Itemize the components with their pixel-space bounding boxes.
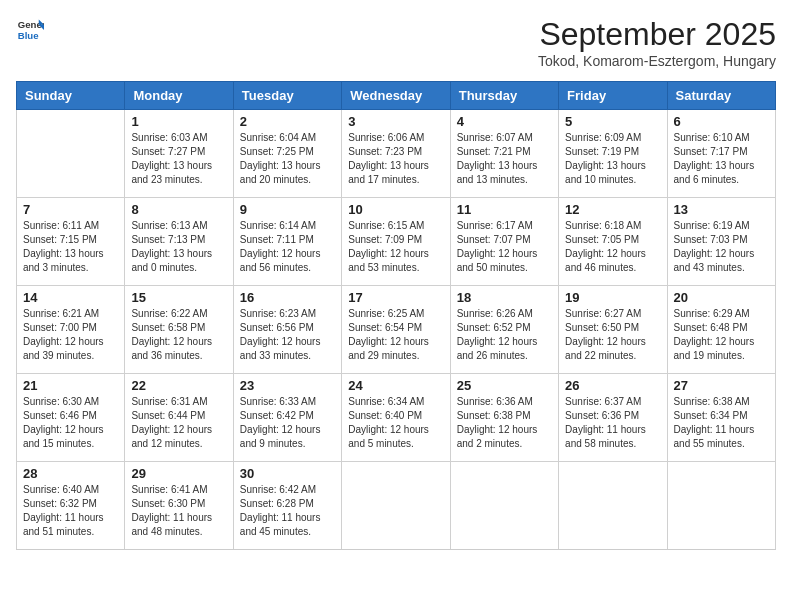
location-subtitle: Tokod, Komarom-Esztergom, Hungary xyxy=(538,53,776,69)
day-info: Sunrise: 6:30 AM Sunset: 6:46 PM Dayligh… xyxy=(23,395,118,451)
weekday-header-row: SundayMondayTuesdayWednesdayThursdayFrid… xyxy=(17,82,776,110)
day-number: 1 xyxy=(131,114,226,129)
calendar-cell: 4Sunrise: 6:07 AM Sunset: 7:21 PM Daylig… xyxy=(450,110,558,198)
day-info: Sunrise: 6:41 AM Sunset: 6:30 PM Dayligh… xyxy=(131,483,226,539)
day-info: Sunrise: 6:33 AM Sunset: 6:42 PM Dayligh… xyxy=(240,395,335,451)
logo-icon: General Blue xyxy=(16,16,44,44)
day-info: Sunrise: 6:25 AM Sunset: 6:54 PM Dayligh… xyxy=(348,307,443,363)
day-info: Sunrise: 6:27 AM Sunset: 6:50 PM Dayligh… xyxy=(565,307,660,363)
calendar-cell: 20Sunrise: 6:29 AM Sunset: 6:48 PM Dayli… xyxy=(667,286,775,374)
day-info: Sunrise: 6:06 AM Sunset: 7:23 PM Dayligh… xyxy=(348,131,443,187)
calendar-cell: 22Sunrise: 6:31 AM Sunset: 6:44 PM Dayli… xyxy=(125,374,233,462)
week-row-4: 21Sunrise: 6:30 AM Sunset: 6:46 PM Dayli… xyxy=(17,374,776,462)
calendar-cell: 25Sunrise: 6:36 AM Sunset: 6:38 PM Dayli… xyxy=(450,374,558,462)
day-info: Sunrise: 6:03 AM Sunset: 7:27 PM Dayligh… xyxy=(131,131,226,187)
day-info: Sunrise: 6:15 AM Sunset: 7:09 PM Dayligh… xyxy=(348,219,443,275)
day-info: Sunrise: 6:37 AM Sunset: 6:36 PM Dayligh… xyxy=(565,395,660,451)
day-number: 27 xyxy=(674,378,769,393)
day-number: 8 xyxy=(131,202,226,217)
calendar-cell: 23Sunrise: 6:33 AM Sunset: 6:42 PM Dayli… xyxy=(233,374,341,462)
day-number: 9 xyxy=(240,202,335,217)
calendar-cell: 18Sunrise: 6:26 AM Sunset: 6:52 PM Dayli… xyxy=(450,286,558,374)
day-number: 11 xyxy=(457,202,552,217)
calendar-cell: 19Sunrise: 6:27 AM Sunset: 6:50 PM Dayli… xyxy=(559,286,667,374)
day-info: Sunrise: 6:31 AM Sunset: 6:44 PM Dayligh… xyxy=(131,395,226,451)
page-header: General Blue September 2025 Tokod, Komar… xyxy=(16,16,776,69)
calendar-cell: 7Sunrise: 6:11 AM Sunset: 7:15 PM Daylig… xyxy=(17,198,125,286)
calendar-cell: 11Sunrise: 6:17 AM Sunset: 7:07 PM Dayli… xyxy=(450,198,558,286)
day-number: 7 xyxy=(23,202,118,217)
week-row-5: 28Sunrise: 6:40 AM Sunset: 6:32 PM Dayli… xyxy=(17,462,776,550)
day-number: 28 xyxy=(23,466,118,481)
day-number: 20 xyxy=(674,290,769,305)
day-number: 6 xyxy=(674,114,769,129)
calendar-cell: 16Sunrise: 6:23 AM Sunset: 6:56 PM Dayli… xyxy=(233,286,341,374)
week-row-3: 14Sunrise: 6:21 AM Sunset: 7:00 PM Dayli… xyxy=(17,286,776,374)
calendar-cell: 3Sunrise: 6:06 AM Sunset: 7:23 PM Daylig… xyxy=(342,110,450,198)
calendar-cell: 13Sunrise: 6:19 AM Sunset: 7:03 PM Dayli… xyxy=(667,198,775,286)
weekday-header-tuesday: Tuesday xyxy=(233,82,341,110)
calendar-cell: 15Sunrise: 6:22 AM Sunset: 6:58 PM Dayli… xyxy=(125,286,233,374)
calendar-cell: 28Sunrise: 6:40 AM Sunset: 6:32 PM Dayli… xyxy=(17,462,125,550)
day-number: 18 xyxy=(457,290,552,305)
calendar-cell: 21Sunrise: 6:30 AM Sunset: 6:46 PM Dayli… xyxy=(17,374,125,462)
day-number: 14 xyxy=(23,290,118,305)
day-number: 29 xyxy=(131,466,226,481)
calendar-cell: 9Sunrise: 6:14 AM Sunset: 7:11 PM Daylig… xyxy=(233,198,341,286)
logo: General Blue xyxy=(16,16,44,44)
calendar-table: SundayMondayTuesdayWednesdayThursdayFrid… xyxy=(16,81,776,550)
calendar-cell xyxy=(559,462,667,550)
calendar-cell xyxy=(667,462,775,550)
day-number: 21 xyxy=(23,378,118,393)
day-number: 4 xyxy=(457,114,552,129)
day-info: Sunrise: 6:34 AM Sunset: 6:40 PM Dayligh… xyxy=(348,395,443,451)
day-info: Sunrise: 6:14 AM Sunset: 7:11 PM Dayligh… xyxy=(240,219,335,275)
calendar-cell: 2Sunrise: 6:04 AM Sunset: 7:25 PM Daylig… xyxy=(233,110,341,198)
day-number: 24 xyxy=(348,378,443,393)
calendar-cell: 10Sunrise: 6:15 AM Sunset: 7:09 PM Dayli… xyxy=(342,198,450,286)
day-info: Sunrise: 6:42 AM Sunset: 6:28 PM Dayligh… xyxy=(240,483,335,539)
day-number: 22 xyxy=(131,378,226,393)
week-row-2: 7Sunrise: 6:11 AM Sunset: 7:15 PM Daylig… xyxy=(17,198,776,286)
day-number: 25 xyxy=(457,378,552,393)
calendar-cell: 6Sunrise: 6:10 AM Sunset: 7:17 PM Daylig… xyxy=(667,110,775,198)
weekday-header-sunday: Sunday xyxy=(17,82,125,110)
week-row-1: 1Sunrise: 6:03 AM Sunset: 7:27 PM Daylig… xyxy=(17,110,776,198)
weekday-header-monday: Monday xyxy=(125,82,233,110)
day-number: 3 xyxy=(348,114,443,129)
day-number: 15 xyxy=(131,290,226,305)
weekday-header-wednesday: Wednesday xyxy=(342,82,450,110)
day-number: 2 xyxy=(240,114,335,129)
day-number: 30 xyxy=(240,466,335,481)
weekday-header-saturday: Saturday xyxy=(667,82,775,110)
day-info: Sunrise: 6:11 AM Sunset: 7:15 PM Dayligh… xyxy=(23,219,118,275)
calendar-cell xyxy=(342,462,450,550)
day-number: 26 xyxy=(565,378,660,393)
calendar-cell: 24Sunrise: 6:34 AM Sunset: 6:40 PM Dayli… xyxy=(342,374,450,462)
svg-text:Blue: Blue xyxy=(18,30,39,41)
day-info: Sunrise: 6:40 AM Sunset: 6:32 PM Dayligh… xyxy=(23,483,118,539)
day-info: Sunrise: 6:21 AM Sunset: 7:00 PM Dayligh… xyxy=(23,307,118,363)
day-number: 13 xyxy=(674,202,769,217)
day-info: Sunrise: 6:22 AM Sunset: 6:58 PM Dayligh… xyxy=(131,307,226,363)
calendar-cell: 5Sunrise: 6:09 AM Sunset: 7:19 PM Daylig… xyxy=(559,110,667,198)
calendar-cell: 30Sunrise: 6:42 AM Sunset: 6:28 PM Dayli… xyxy=(233,462,341,550)
day-info: Sunrise: 6:17 AM Sunset: 7:07 PM Dayligh… xyxy=(457,219,552,275)
calendar-cell: 12Sunrise: 6:18 AM Sunset: 7:05 PM Dayli… xyxy=(559,198,667,286)
day-info: Sunrise: 6:07 AM Sunset: 7:21 PM Dayligh… xyxy=(457,131,552,187)
day-info: Sunrise: 6:23 AM Sunset: 6:56 PM Dayligh… xyxy=(240,307,335,363)
day-info: Sunrise: 6:18 AM Sunset: 7:05 PM Dayligh… xyxy=(565,219,660,275)
day-info: Sunrise: 6:38 AM Sunset: 6:34 PM Dayligh… xyxy=(674,395,769,451)
calendar-cell: 29Sunrise: 6:41 AM Sunset: 6:30 PM Dayli… xyxy=(125,462,233,550)
day-info: Sunrise: 6:19 AM Sunset: 7:03 PM Dayligh… xyxy=(674,219,769,275)
calendar-cell: 26Sunrise: 6:37 AM Sunset: 6:36 PM Dayli… xyxy=(559,374,667,462)
day-number: 17 xyxy=(348,290,443,305)
day-number: 23 xyxy=(240,378,335,393)
calendar-cell: 1Sunrise: 6:03 AM Sunset: 7:27 PM Daylig… xyxy=(125,110,233,198)
calendar-cell xyxy=(450,462,558,550)
day-number: 16 xyxy=(240,290,335,305)
weekday-header-friday: Friday xyxy=(559,82,667,110)
calendar-cell xyxy=(17,110,125,198)
day-info: Sunrise: 6:26 AM Sunset: 6:52 PM Dayligh… xyxy=(457,307,552,363)
month-title: September 2025 xyxy=(538,16,776,53)
